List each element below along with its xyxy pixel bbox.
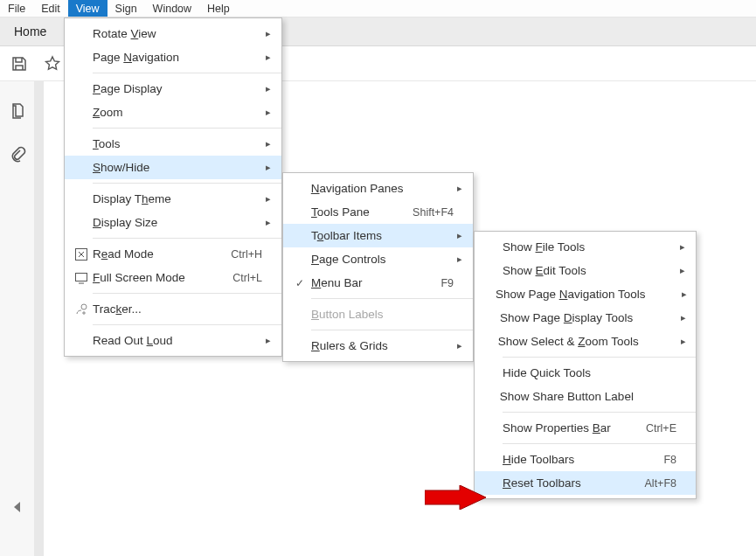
- menu-separator: [93, 238, 281, 239]
- pages-icon[interactable]: [9, 102, 26, 120]
- menu-separator: [93, 183, 281, 184]
- star-icon[interactable]: [44, 55, 61, 73]
- menu-view[interactable]: View: [68, 0, 108, 17]
- menu-sign[interactable]: Sign: [108, 0, 145, 17]
- menuitem-tools[interactable]: Tools▸: [65, 132, 281, 156]
- save-icon[interactable]: [10, 55, 28, 73]
- menuitem-rulers-grids[interactable]: Rulers & Grids▸: [283, 334, 473, 358]
- svg-rect-1: [76, 273, 87, 281]
- menuitem-page-display[interactable]: Page Display▸: [65, 77, 281, 101]
- menu-separator: [93, 293, 281, 294]
- menuitem-zoom[interactable]: Zoom▸: [65, 101, 281, 124]
- tracker-icon: [70, 302, 93, 316]
- menuitem-menu-bar[interactable]: ✓Menu BarF9: [283, 271, 473, 295]
- menuitem-show-page-nav-tools[interactable]: Show Page Navigation Tools▸: [475, 282, 696, 306]
- menuitem-show-edit-tools[interactable]: Show Edit Tools▸: [475, 259, 696, 282]
- menu-help[interactable]: Help: [199, 0, 238, 17]
- menuitem-show-hide[interactable]: Show/Hide▸: [65, 156, 281, 179]
- menuitem-page-controls[interactable]: Page Controls▸: [283, 247, 473, 271]
- menuitem-button-labels: Button Labels: [283, 302, 473, 326]
- menu-bar: File Edit View Sign Window Help: [0, 0, 756, 17]
- menuitem-show-properties-bar[interactable]: Show Properties BarCtrl+E: [475, 416, 696, 440]
- home-tab[interactable]: Home: [0, 17, 60, 46]
- menu-separator: [503, 357, 696, 358]
- view-menu-dropdown: Rotate View▸ Page Navigation▸ Page Displ…: [64, 17, 282, 357]
- menuitem-read-mode[interactable]: Read ModeCtrl+H: [65, 242, 281, 266]
- menuitem-reset-toolbars[interactable]: Reset ToolbarsAlt+F8: [475, 471, 696, 495]
- menu-separator: [311, 330, 473, 330]
- menuitem-tools-pane[interactable]: Tools PaneShift+F4: [283, 200, 473, 224]
- expand-panel-icon[interactable]: [14, 502, 20, 512]
- menuitem-page-navigation[interactable]: Page Navigation▸: [65, 45, 281, 69]
- menuitem-hide-quick-tools[interactable]: Hide Quick Tools: [475, 361, 696, 385]
- menu-separator: [93, 128, 281, 129]
- menuitem-toolbar-items[interactable]: Toolbar Items▸: [283, 224, 473, 247]
- menu-separator: [93, 73, 281, 73]
- menuitem-navigation-panes[interactable]: Navigation Panes▸: [283, 177, 473, 200]
- left-nav-rail: [0, 81, 35, 556]
- menuitem-show-file-tools[interactable]: Show File Tools▸: [475, 235, 696, 259]
- menu-window[interactable]: Window: [145, 0, 199, 17]
- menu-edit[interactable]: Edit: [33, 0, 68, 17]
- menuitem-show-share-label[interactable]: Show Share Button Label: [475, 385, 696, 408]
- check-icon: ✓: [288, 277, 311, 289]
- menuitem-show-zoom-tools[interactable]: Show Select & Zoom Tools▸: [475, 330, 696, 353]
- menuitem-rotate-view[interactable]: Rotate View▸: [65, 22, 281, 45]
- menuitem-show-page-display-tools[interactable]: Show Page Display Tools▸: [475, 306, 696, 330]
- menuitem-hide-toolbars[interactable]: Hide ToolbarsF8: [475, 448, 696, 471]
- menuitem-display-theme[interactable]: Display Theme▸: [65, 187, 281, 211]
- show-hide-submenu: Navigation Panes▸ Tools PaneShift+F4 Too…: [282, 172, 474, 362]
- menu-separator: [93, 324, 281, 325]
- menuitem-tracker[interactable]: Tracker...: [65, 297, 281, 321]
- menu-file[interactable]: File: [0, 0, 33, 17]
- menuitem-display-size[interactable]: Display Size▸: [65, 211, 281, 234]
- menu-separator: [503, 443, 696, 444]
- menuitem-full-screen[interactable]: Full Screen ModeCtrl+L: [65, 266, 281, 289]
- attachment-icon[interactable]: [9, 146, 26, 163]
- menuitem-read-out-loud[interactable]: Read Out Loud▸: [65, 329, 281, 352]
- full-screen-icon: [70, 271, 93, 285]
- menu-separator: [503, 412, 696, 413]
- svg-point-2: [81, 304, 87, 309]
- toolbar-items-submenu: Show File Tools▸ Show Edit Tools▸ Show P…: [474, 231, 697, 499]
- document-gutter: [35, 81, 44, 556]
- read-mode-icon: [70, 247, 93, 261]
- menu-separator: [311, 298, 473, 299]
